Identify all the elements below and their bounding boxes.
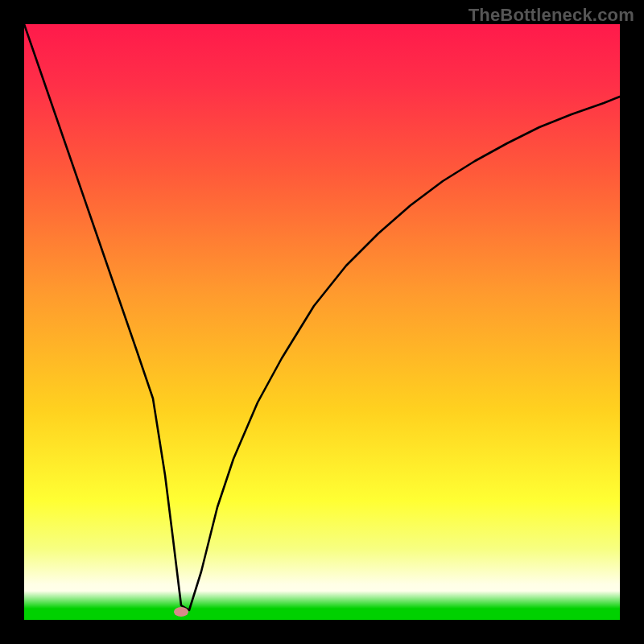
bottleneck-curve bbox=[24, 24, 620, 610]
curve-layer bbox=[24, 24, 620, 620]
chart-frame: TheBottleneck.com bbox=[0, 0, 644, 644]
minimum-marker bbox=[174, 607, 188, 617]
watermark-text: TheBottleneck.com bbox=[469, 5, 634, 26]
plot-area bbox=[24, 24, 620, 620]
